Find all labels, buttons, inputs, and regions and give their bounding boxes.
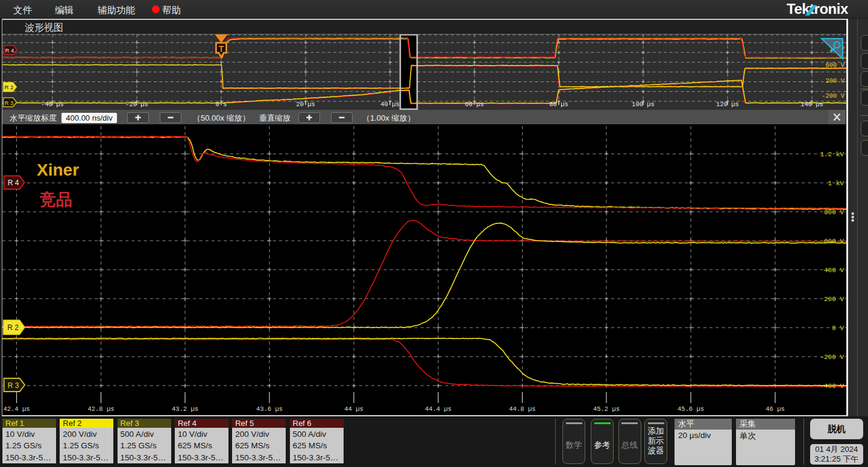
svg-text:-200 V: -200 V xyxy=(822,92,845,100)
svg-text:R 2: R 2 xyxy=(5,84,14,91)
svg-text:T: T xyxy=(219,44,224,54)
svg-text:竞品: 竞品 xyxy=(39,191,72,209)
svg-text:44.4 µs: 44.4 µs xyxy=(425,405,451,413)
svg-text:800 V: 800 V xyxy=(824,209,844,216)
svg-text:46 µs: 46 µs xyxy=(766,405,785,413)
svg-text:200 V: 200 V xyxy=(824,296,844,303)
svg-text:100 µs: 100 µs xyxy=(632,101,655,108)
svg-text:200 V: 200 V xyxy=(825,77,844,84)
svg-text:60 µs: 60 µs xyxy=(465,101,484,108)
svg-text:80 µs: 80 µs xyxy=(549,101,568,108)
svg-text:20 µs: 20 µs xyxy=(296,101,315,108)
svg-text:R 4: R 4 xyxy=(5,47,14,54)
svg-text:R 3: R 3 xyxy=(8,381,19,390)
svg-text:0 s: 0 s xyxy=(216,101,227,108)
svg-text:1.2 kV: 1.2 kV xyxy=(820,151,844,158)
svg-text:600 V: 600 V xyxy=(825,62,844,69)
svg-text:600 V: 600 V xyxy=(824,238,844,245)
svg-text:140 µs: 140 µs xyxy=(800,101,823,108)
svg-text:45.2 µs: 45.2 µs xyxy=(593,405,620,413)
svg-text:120 µs: 120 µs xyxy=(716,101,739,108)
svg-text:400 V: 400 V xyxy=(824,267,844,274)
svg-text:R 4: R 4 xyxy=(8,179,19,187)
svg-text:0 V: 0 V xyxy=(832,325,844,332)
svg-text:42.8 µs: 42.8 µs xyxy=(87,405,114,413)
svg-text:43.6 µs: 43.6 µs xyxy=(256,405,283,413)
svg-text:42.4 µs: 42.4 µs xyxy=(3,405,30,413)
svg-text:-200 V: -200 V xyxy=(820,354,844,361)
svg-text:R 3: R 3 xyxy=(5,100,14,106)
svg-text:44.8 µs: 44.8 µs xyxy=(509,405,535,413)
svg-text:45.6 µs: 45.6 µs xyxy=(678,405,704,413)
svg-text:R 2: R 2 xyxy=(7,323,19,332)
svg-text:43.2 µs: 43.2 µs xyxy=(172,405,198,413)
svg-text:Xiner: Xiner xyxy=(37,160,79,179)
svg-text:-20 µs: -20 µs xyxy=(125,101,148,108)
svg-text:44 µs: 44 µs xyxy=(344,405,363,413)
svg-text:40 µs: 40 µs xyxy=(380,101,400,108)
svg-text:-40 µs: -40 µs xyxy=(41,101,64,108)
svg-text:Tektronix: Tektronix xyxy=(787,1,849,17)
svg-text:-400 V: -400 V xyxy=(820,383,844,390)
svg-text:1 kV: 1 kV xyxy=(828,180,844,187)
